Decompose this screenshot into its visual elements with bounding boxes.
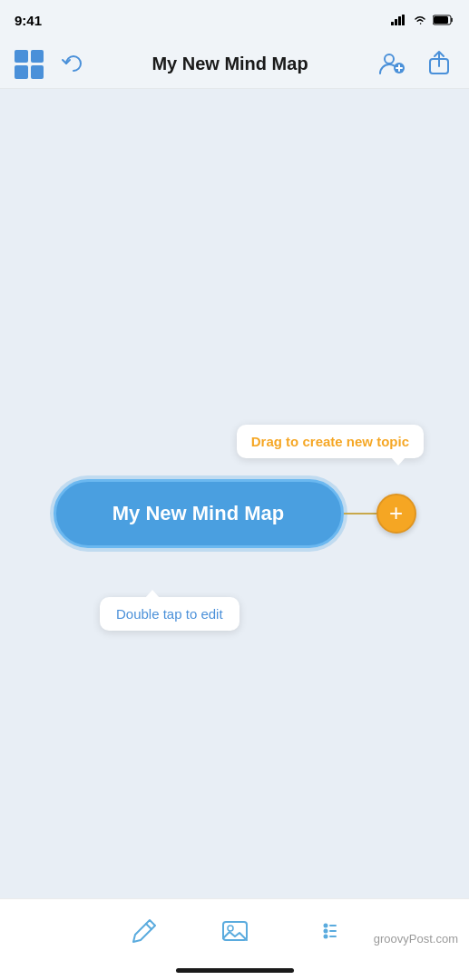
edit-tooltip: Double tap to edit xyxy=(100,597,239,631)
watermark: groovyPost.com xyxy=(374,932,458,946)
undo-icon xyxy=(60,51,83,74)
svg-point-13 xyxy=(228,926,233,931)
undo-button[interactable] xyxy=(56,47,87,81)
svg-rect-5 xyxy=(434,16,448,24)
svg-rect-0 xyxy=(391,22,394,25)
status-icons xyxy=(391,15,454,25)
grid-icon xyxy=(15,50,44,79)
svg-point-6 xyxy=(385,54,394,64)
svg-line-11 xyxy=(146,924,151,929)
add-person-icon xyxy=(376,50,405,75)
mindmap-container: My New Mind Map + xyxy=(54,479,416,548)
mindmap-node[interactable]: My New Mind Map xyxy=(54,479,344,548)
svg-point-16 xyxy=(323,934,327,938)
page-title: My New Mind Map xyxy=(87,54,373,74)
nav-right xyxy=(373,46,454,82)
node-text: My New Mind Map xyxy=(112,502,284,524)
pen-tool-button[interactable] xyxy=(122,909,166,953)
menu-tool-button[interactable] xyxy=(304,909,347,953)
add-topic-button[interactable]: + xyxy=(376,494,416,534)
pen-icon xyxy=(130,916,159,946)
image-icon xyxy=(220,916,249,946)
svg-rect-2 xyxy=(398,16,401,25)
battery-icon xyxy=(433,15,454,25)
canvas-area: Drag to create new topic My New Mind Map… xyxy=(0,89,469,898)
signal-icon xyxy=(391,15,407,25)
share-icon xyxy=(427,50,451,75)
share-button[interactable] xyxy=(424,46,454,82)
svg-point-15 xyxy=(323,928,327,933)
status-bar: 9:41 xyxy=(0,0,469,40)
grid-menu-button[interactable] xyxy=(15,50,44,79)
bottom-toolbar: groovyPost.com xyxy=(0,898,469,980)
svg-rect-3 xyxy=(402,15,405,25)
svg-rect-1 xyxy=(395,19,397,25)
nav-bar: My New Mind Map xyxy=(0,40,469,89)
image-tool-button[interactable] xyxy=(213,909,257,953)
plus-icon: + xyxy=(389,501,403,524)
home-indicator xyxy=(176,968,294,973)
status-time: 9:41 xyxy=(15,13,42,28)
menu-icon xyxy=(311,916,340,946)
wifi-icon xyxy=(413,15,427,25)
connector-line xyxy=(344,513,376,514)
svg-point-14 xyxy=(323,923,327,927)
add-person-button[interactable] xyxy=(373,46,409,82)
drag-tooltip: Drag to create new topic xyxy=(237,425,424,458)
nav-left xyxy=(15,47,87,81)
